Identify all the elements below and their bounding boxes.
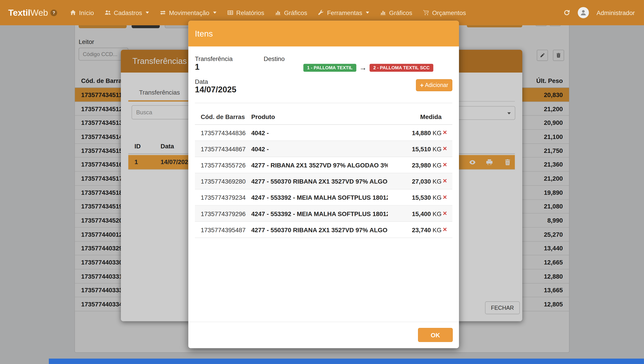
bar-chart-icon — [275, 10, 281, 16]
item-barcode-cell: 1735774395487 — [201, 226, 251, 233]
nav-item-label: Gráficos — [284, 9, 307, 16]
bottom-blue-bar — [49, 359, 644, 364]
item-barcode-cell: 1735774379234 — [201, 194, 251, 201]
item-produto-cell: 4277 - 550370 RIBANA 2X1 3527VD 97% ALGO… — [251, 178, 388, 185]
medida-value: 14,880 — [412, 129, 431, 136]
user-avatar[interactable] — [578, 7, 589, 18]
person-icon — [580, 9, 587, 16]
item-produto-cell: 4247 - 553392 - MEIA MALHA SOFTPLUS 1801… — [251, 210, 388, 217]
brand-secondary: Web — [30, 8, 48, 18]
medida-unit: KG — [432, 226, 442, 233]
item-produto-cell: 4277 - 550370 RIBANA 2X1 3527VD 97% ALGO… — [251, 226, 388, 233]
arrow-right-icon: → — [359, 64, 366, 72]
item-row: 1735774344867 4042 - 15,510 KG × — [195, 141, 452, 157]
plus-icon: + — [420, 82, 424, 89]
item-medida-cell: 23,740 KG — [388, 226, 442, 233]
col-medida-label: Medida — [388, 113, 442, 120]
cart-icon — [423, 10, 430, 16]
refresh-button[interactable] — [564, 9, 570, 16]
item-medida-cell: 27,030 KG — [388, 178, 442, 185]
itens-modal-title: Itens — [188, 21, 459, 46]
medida-unit: KG — [432, 210, 442, 217]
remove-item-button[interactable]: × — [442, 128, 448, 137]
nav-item-label: Ferramentas — [327, 9, 362, 16]
report-table-icon — [227, 10, 234, 16]
itens-table-body: 1735774344836 4042 - 14,880 KG × 1735774… — [195, 125, 452, 238]
itens-table-header: Cód. de Barras Produto Medida — [195, 109, 452, 125]
item-medida-cell: 15,510 KG — [388, 145, 442, 152]
exchange-icon — [160, 10, 166, 16]
item-row: 1735774369280 4277 - 550370 RIBANA 2X1 3… — [195, 173, 452, 190]
transfer-route: 1 - PALLOMA TEXTIL → 2 - PALLOMA TEXTIL … — [304, 64, 434, 72]
item-medida-cell: 15,400 KG — [388, 210, 442, 217]
adicionar-button[interactable]: + Adicionar — [416, 79, 452, 91]
item-row: 1735774379296 4247 - 553392 - MEIA MALHA… — [195, 206, 452, 222]
nav-item-label: Cadastros — [114, 9, 142, 16]
refresh-icon — [564, 9, 570, 16]
item-produto-cell: 4247 - 553392 - MEIA MALHA SOFTPLUS 1801… — [251, 194, 388, 201]
caret-down-icon — [213, 12, 216, 14]
transferencia-value: 1 — [195, 62, 200, 72]
home-icon — [70, 10, 76, 16]
divider — [195, 103, 452, 103]
remove-item-button[interactable]: × — [442, 177, 448, 185]
item-row: 1735774395487 4277 - 550370 RIBANA 2X1 3… — [195, 222, 452, 238]
caret-down-icon — [146, 12, 149, 14]
medida-value: 23,740 — [412, 226, 431, 233]
ok-button[interactable]: OK — [418, 328, 453, 342]
nav-item-label: Orçamentos — [432, 9, 466, 16]
medida-value: 27,030 — [412, 178, 431, 185]
medida-unit: KG — [432, 178, 442, 185]
nav-item-label: Relatórios — [236, 9, 264, 16]
item-medida-cell: 23,980 KG — [388, 161, 442, 168]
bar-chart-icon — [380, 10, 386, 16]
item-barcode-cell: 1735774379296 — [201, 210, 251, 217]
medida-value: 15,400 — [412, 210, 431, 217]
item-row: 1735774355726 4277 - RIBANA 2X1 3527VD 9… — [195, 157, 452, 173]
help-icon[interactable]: ? — [50, 10, 57, 16]
users-icon — [105, 10, 111, 16]
medida-value: 15,510 — [412, 145, 431, 152]
item-medida-cell: 14,880 KG — [388, 129, 442, 136]
caret-down-icon — [366, 12, 370, 14]
adicionar-label: Adicionar — [425, 82, 448, 88]
item-barcode-cell: 1735774369280 — [201, 178, 251, 185]
wrench-icon — [318, 10, 324, 16]
nav-item-inicio[interactable]: Início — [65, 0, 99, 25]
itens-modal-footer: OK — [188, 322, 459, 348]
destino-label: Destino — [264, 55, 285, 62]
item-produto-cell: 4277 - RIBANA 2X1 3527VD 97% ALGODAO 3% … — [251, 161, 388, 168]
item-barcode-cell: 1735774344836 — [201, 129, 251, 136]
remove-item-button[interactable]: × — [442, 226, 448, 234]
item-row: 1735774379234 4247 - 553392 - MEIA MALHA… — [195, 190, 452, 206]
medida-unit: KG — [432, 129, 442, 136]
origin-badge: 1 - PALLOMA TEXTIL — [304, 64, 356, 72]
nav-item-label: Gráficos — [389, 9, 412, 16]
medida-unit: KG — [432, 145, 442, 152]
nav-item-label: Início — [79, 9, 94, 16]
remove-item-button[interactable]: × — [442, 144, 448, 153]
remove-item-button[interactable]: × — [442, 209, 448, 218]
item-produto-cell: 4042 - — [251, 145, 388, 152]
brand-primary: Textil — [8, 8, 30, 18]
navbar-right: Administrador — [564, 7, 644, 18]
destination-badge: 2 - PALLOMA TEXTIL SCC — [370, 64, 434, 72]
item-produto-cell: 4042 - — [251, 129, 388, 136]
app-logo[interactable]: TextilWeb ? — [8, 8, 57, 18]
medida-unit: KG — [432, 194, 442, 201]
item-row: 1735774344836 4042 - 14,880 KG × — [195, 125, 452, 141]
itens-modal: Itens Transferência 1 Destino 1 - PALLOM… — [188, 21, 459, 348]
col-barcode-label: Cód. de Barras — [201, 113, 251, 120]
item-barcode-cell: 1735774355726 — [201, 161, 251, 168]
user-name: Administrador — [596, 9, 635, 16]
nav-item-cadastros[interactable]: Cadastros — [99, 0, 154, 25]
data-value: 14/07/2025 — [195, 85, 236, 95]
item-medida-cell: 15,530 KG — [388, 194, 442, 201]
medida-unit: KG — [432, 161, 442, 168]
item-barcode-cell: 1735774344867 — [201, 145, 251, 152]
col-produto-label: Produto — [251, 113, 388, 120]
data-label: Data — [195, 78, 208, 85]
itens-table: Cód. de Barras Produto Medida 1735774344… — [195, 109, 452, 238]
remove-item-button[interactable]: × — [442, 161, 448, 169]
remove-item-button[interactable]: × — [442, 193, 448, 202]
